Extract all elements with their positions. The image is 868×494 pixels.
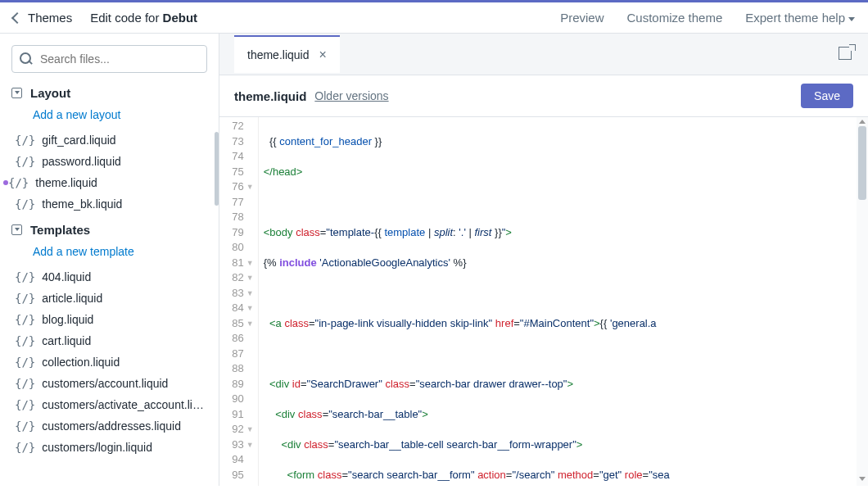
file-item[interactable]: {/}theme_bk.liquid — [11, 193, 207, 215]
folder-icon — [11, 88, 22, 98]
file-item[interactable]: {/}gift_card.liquid — [11, 129, 207, 151]
preview-link[interactable]: Preview — [560, 11, 604, 25]
file-sidebar: Layout Add a new layout {/}gift_card.liq… — [0, 34, 219, 486]
code-editor[interactable]: {{ content_for_header }} </head> <body c… — [259, 117, 868, 486]
breadcrumb-themes[interactable]: Themes — [28, 11, 72, 25]
section-header-templates[interactable]: Templates — [11, 223, 207, 237]
file-item[interactable]: {/}password.liquid — [11, 151, 207, 172]
section-header-layout[interactable]: Layout — [11, 86, 207, 100]
customize-theme-link[interactable]: Customize theme — [627, 11, 723, 25]
file-item[interactable]: {/}cart.liquid — [11, 330, 207, 351]
file-item[interactable]: {/}customers/account.liquid — [11, 373, 207, 394]
expand-icon[interactable] — [839, 47, 853, 61]
search-icon — [20, 52, 33, 66]
add-template-link[interactable]: Add a new template — [33, 245, 207, 258]
folder-icon — [11, 224, 22, 235]
file-item[interactable]: {/}customers/activate_account.liquid — [11, 394, 207, 415]
line-gutter: 7273747576▼7778798081▼82▼83▼84▼85▼868788… — [219, 117, 259, 486]
file-item[interactable]: {/}customers/login.liquid — [11, 437, 207, 458]
file-name-header: theme.liquid — [234, 89, 306, 103]
file-item[interactable]: {/}404.liquid — [11, 266, 207, 288]
older-versions-link[interactable]: Older versions — [314, 89, 388, 102]
close-icon[interactable]: × — [319, 48, 327, 61]
file-item[interactable]: {/}customers/addresses.liquid — [11, 415, 207, 437]
add-layout-link[interactable]: Add a new layout — [33, 108, 207, 121]
tab-label: theme.liquid — [247, 48, 310, 61]
search-input[interactable] — [11, 45, 207, 73]
back-chevron-icon[interactable] — [11, 11, 23, 23]
file-item[interactable]: {/}blog.liquid — [11, 309, 207, 330]
file-item[interactable]: {/}collection.liquid — [11, 351, 207, 373]
file-item-active[interactable]: {/}theme.liquid — [11, 172, 207, 193]
chevron-down-icon — [848, 17, 855, 21]
expert-help-dropdown[interactable]: Expert theme help — [745, 11, 855, 25]
editor-tab[interactable]: theme.liquid × — [234, 35, 340, 73]
page-title: Edit code for Debut — [90, 11, 197, 25]
save-button[interactable]: Save — [801, 84, 853, 108]
file-item[interactable]: {/}article.liquid — [11, 288, 207, 309]
vertical-scrollbar[interactable] — [857, 117, 868, 486]
